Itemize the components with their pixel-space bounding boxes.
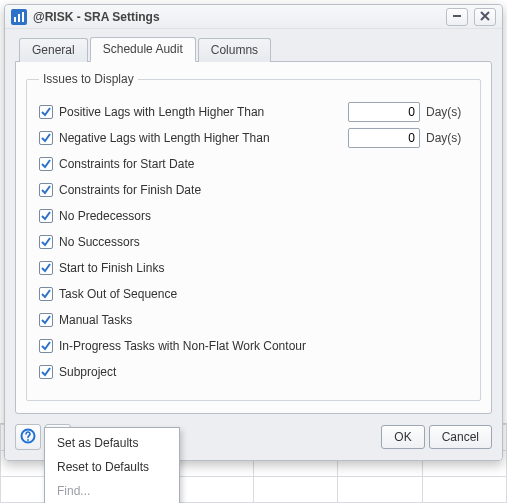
check-icon <box>40 288 52 300</box>
checkbox-subproject[interactable] <box>39 365 53 379</box>
tab-label: General <box>32 43 75 57</box>
check-icon <box>40 314 52 326</box>
row-manual-tasks: Manual Tasks <box>39 310 468 330</box>
svg-rect-1 <box>14 17 16 22</box>
row-constraints-finish: Constraints for Finish Date <box>39 180 468 200</box>
label: Positive Lags with Length Higher Than <box>59 105 264 119</box>
check-icon <box>40 366 52 378</box>
tab-label: Schedule Audit <box>103 42 183 56</box>
label: Manual Tasks <box>59 313 132 327</box>
row-subproject: Subproject <box>39 362 468 382</box>
unit-label: Day(s) <box>426 105 468 119</box>
menu-reset-defaults[interactable]: Reset to Defaults <box>47 455 177 479</box>
checkbox-no-successors[interactable] <box>39 235 53 249</box>
checkbox-negative-lags[interactable] <box>39 131 53 145</box>
negative-lags-input[interactable] <box>348 128 420 148</box>
label: Subproject <box>59 365 116 379</box>
minimize-button[interactable] <box>446 8 468 26</box>
label: No Successors <box>59 235 140 249</box>
bar-chart-icon <box>11 9 27 25</box>
dialog-window: @RISK - SRA Settings General Schedule Au… <box>4 4 503 461</box>
checkbox-out-of-sequence[interactable] <box>39 287 53 301</box>
check-icon <box>40 210 52 222</box>
label: Constraints for Finish Date <box>59 183 201 197</box>
checkbox-manual-tasks[interactable] <box>39 313 53 327</box>
checkbox-no-predecessors[interactable] <box>39 209 53 223</box>
row-inprogress-nonflat: In-Progress Tasks with Non-Flat Work Con… <box>39 336 468 356</box>
titlebar: @RISK - SRA Settings <box>5 5 502 29</box>
check-icon <box>40 106 52 118</box>
help-button[interactable] <box>15 424 41 450</box>
minimize-icon <box>452 10 462 24</box>
cancel-button[interactable]: Cancel <box>429 425 492 449</box>
window-title: @RISK - SRA Settings <box>33 10 160 24</box>
row-positive-lags: Positive Lags with Length Higher Than Da… <box>39 102 468 122</box>
issues-group: Issues to Display Positive Lags with Len… <box>26 72 481 401</box>
row-start-finish-links: Start to Finish Links <box>39 258 468 278</box>
svg-rect-4 <box>453 15 461 17</box>
svg-rect-3 <box>22 12 24 22</box>
checkbox-constraints-start[interactable] <box>39 157 53 171</box>
checkbox-constraints-finish[interactable] <box>39 183 53 197</box>
ok-button[interactable]: OK <box>381 425 424 449</box>
tab-general[interactable]: General <box>19 38 88 62</box>
label: In-Progress Tasks with Non-Flat Work Con… <box>59 339 306 353</box>
tab-schedule-audit[interactable]: Schedule Audit <box>90 37 196 62</box>
menu-find: Find... <box>47 479 177 503</box>
positive-lags-input[interactable] <box>348 102 420 122</box>
help-icon <box>20 428 36 447</box>
check-icon <box>40 262 52 274</box>
menu-set-defaults[interactable]: Set as Defaults <box>47 431 177 455</box>
check-icon <box>40 236 52 248</box>
unit-label: Day(s) <box>426 131 468 145</box>
label: Constraints for Start Date <box>59 157 194 171</box>
checkbox-positive-lags[interactable] <box>39 105 53 119</box>
checkbox-start-finish-links[interactable] <box>39 261 53 275</box>
close-button[interactable] <box>474 8 496 26</box>
group-legend: Issues to Display <box>39 72 138 86</box>
svg-rect-2 <box>18 14 20 22</box>
row-no-successors: No Successors <box>39 232 468 252</box>
check-icon <box>40 158 52 170</box>
check-icon <box>40 340 52 352</box>
label: Negative Lags with Length Higher Than <box>59 131 270 145</box>
svg-point-6 <box>27 439 29 441</box>
settings-dropdown-menu: Set as Defaults Reset to Defaults Find..… <box>44 427 180 503</box>
tab-panel: Issues to Display Positive Lags with Len… <box>15 61 492 414</box>
row-constraints-start: Constraints for Start Date <box>39 154 468 174</box>
close-icon <box>480 10 490 24</box>
check-icon <box>40 132 52 144</box>
tabstrip: General Schedule Audit Columns <box>15 37 492 62</box>
row-out-of-sequence: Task Out of Sequence <box>39 284 468 304</box>
label: Start to Finish Links <box>59 261 164 275</box>
check-icon <box>40 184 52 196</box>
row-no-predecessors: No Predecessors <box>39 206 468 226</box>
label: Task Out of Sequence <box>59 287 177 301</box>
tab-label: Columns <box>211 43 258 57</box>
row-negative-lags: Negative Lags with Length Higher Than Da… <box>39 128 468 148</box>
tab-columns[interactable]: Columns <box>198 38 271 62</box>
label: No Predecessors <box>59 209 151 223</box>
checkbox-inprogress-nonflat[interactable] <box>39 339 53 353</box>
